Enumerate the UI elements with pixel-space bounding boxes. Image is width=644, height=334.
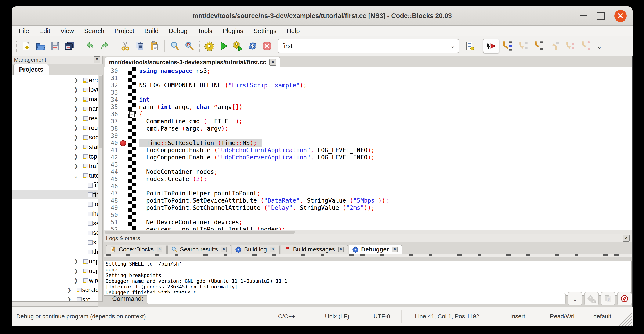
breakpoint-margin[interactable] <box>119 154 128 161</box>
breakpoint-margin[interactable] <box>119 103 128 111</box>
chevron-right-icon[interactable]: ❯ <box>74 163 78 169</box>
new-file-button[interactable] <box>19 39 34 53</box>
tree-item-se[interactable]: se <box>12 228 98 238</box>
breakpoint-margin[interactable] <box>119 190 128 197</box>
chevron-right-icon[interactable]: ❯ <box>74 268 78 274</box>
run-button[interactable] <box>216 39 231 53</box>
tree-item-se[interactable]: se <box>12 218 98 228</box>
combo-chevron-down-icon[interactable]: ⌄ <box>446 42 459 50</box>
step-out-button[interactable] <box>546 39 562 53</box>
log-tab-build-log[interactable]: Build log× <box>232 245 280 254</box>
find-button[interactable] <box>168 39 182 53</box>
tree-item-udp-[interactable]: ❯udp- <box>12 266 98 276</box>
chevron-right-icon[interactable]: ❯ <box>74 258 78 265</box>
code-editor[interactable]: 30using namespace ns3;3132NS_LOG_COMPONE… <box>104 67 632 230</box>
menu-build[interactable]: Build <box>139 27 164 35</box>
step-into-button[interactable] <box>531 39 546 53</box>
abort-button[interactable] <box>260 39 274 53</box>
step-into-instruction-button[interactable] <box>578 39 594 53</box>
undo-button[interactable] <box>83 39 98 53</box>
breakpoint-margin[interactable] <box>119 204 128 211</box>
fold-collapse-icon[interactable]: – <box>129 112 135 117</box>
menu-debug[interactable]: Debug <box>164 27 192 35</box>
cut-button[interactable] <box>118 39 132 53</box>
search-target-combobox[interactable]: first⌄ <box>278 39 460 53</box>
menu-settings[interactable]: Settings <box>248 27 282 35</box>
breakpoint-margin[interactable] <box>119 139 128 147</box>
next-instruction-button[interactable] <box>562 39 578 53</box>
breakpoint-margin[interactable] <box>119 118 128 125</box>
chevron-right-icon[interactable]: ❯ <box>67 287 72 293</box>
target-list-button[interactable] <box>463 39 477 53</box>
save-button[interactable] <box>48 39 62 53</box>
breakpoint-margin[interactable] <box>119 147 128 154</box>
run-to-cursor-button[interactable] <box>500 39 515 53</box>
tree-item-fif[interactable]: fif <box>12 180 98 190</box>
chevron-down-icon[interactable]: ⌄ <box>73 172 79 179</box>
editor-tab-close-icon[interactable]: × <box>270 59 276 66</box>
chevron-right-icon[interactable]: ❯ <box>74 106 78 112</box>
breakpoint-margin[interactable] <box>119 226 128 230</box>
log-tab-debugger[interactable]: Debugger× <box>349 245 402 254</box>
breakpoint-margin[interactable] <box>119 67 128 75</box>
breakpoint-margin[interactable] <box>119 168 128 175</box>
tree-item-erro[interactable]: ❯erro <box>12 76 98 85</box>
tree-item-sock[interactable]: ❯sock <box>12 133 98 142</box>
breakpoint-margin[interactable] <box>119 82 128 89</box>
chevron-right-icon[interactable]: ❯ <box>74 77 78 84</box>
breakpoint-margin[interactable] <box>119 161 128 168</box>
tree-vertical-scrollbar[interactable] <box>98 75 103 301</box>
tab-projects[interactable]: Projects <box>13 64 49 75</box>
menu-help[interactable]: Help <box>282 27 305 35</box>
tree-item-six[interactable]: six <box>12 238 98 247</box>
maximize-icon[interactable] <box>596 12 604 20</box>
open-file-button[interactable] <box>34 39 48 53</box>
breakpoint-margin[interactable] <box>119 211 128 219</box>
command-input[interactable] <box>147 293 566 304</box>
replace-button[interactable]: R <box>182 39 196 53</box>
tree-item-traf[interactable]: ❯traf <box>12 161 98 171</box>
chevron-right-icon[interactable]: ❯ <box>74 277 78 284</box>
tree-item-scratch[interactable]: ❯scratch <box>12 285 98 295</box>
editor-tab-first-cc[interactable]: mnt/dev/tools/source/ns-3-dev/examples/t… <box>105 57 280 67</box>
breakpoint-margin[interactable] <box>119 125 128 132</box>
breakpoint-margin[interactable] <box>119 183 128 190</box>
logs-close-icon[interactable]: × <box>623 235 630 242</box>
log-tab-close-icon[interactable]: × <box>392 247 398 252</box>
chevron-right-icon[interactable]: ❯ <box>74 96 78 103</box>
tree-item-he[interactable]: he <box>12 209 98 218</box>
tree-item-tcp[interactable]: ❯tcp <box>12 152 98 161</box>
tree-item-ipv6[interactable]: ❯ipv6 <box>12 85 98 95</box>
breakpoint-margin[interactable] <box>119 175 128 183</box>
resize-grip[interactable] <box>618 312 632 326</box>
tree-item-mat[interactable]: ❯mat <box>12 95 98 104</box>
editor-horizontal-scrollbar[interactable] <box>104 230 632 234</box>
tree-item-nam[interactable]: ❯nam <box>12 104 98 114</box>
rebuild-button[interactable] <box>245 39 260 53</box>
breakpoint-margin[interactable] <box>119 96 128 103</box>
log-tab-close-icon[interactable]: × <box>338 247 344 252</box>
project-tree[interactable]: ❯erro❯ipv6❯mat❯nam❯real❯rout❯sock❯stat❯t… <box>12 75 98 301</box>
next-line-button[interactable] <box>515 39 531 53</box>
tree-item-real[interactable]: ❯real <box>12 114 98 123</box>
minimize-icon[interactable] <box>580 16 587 16</box>
copy-button[interactable] <box>132 39 147 53</box>
close-icon[interactable]: ✕ <box>614 10 627 22</box>
tree-item-src[interactable]: ❯src <box>12 295 98 301</box>
breakpoint-margin[interactable] <box>119 197 128 204</box>
command-dropdown-button[interactable]: ⌄ <box>568 292 582 305</box>
log-tab-close-icon[interactable]: × <box>157 247 162 252</box>
tree-item-tuto[interactable]: ⌄tuto <box>12 171 98 180</box>
tree-horizontal-scrollbar[interactable] <box>12 301 98 307</box>
debug-continue-button[interactable] <box>483 39 500 53</box>
build-and-run-button[interactable] <box>231 39 245 53</box>
chevron-right-icon[interactable]: ❯ <box>74 134 78 141</box>
tree-item-udp[interactable]: ❯udp <box>12 257 98 266</box>
chevron-right-icon[interactable]: ❯ <box>74 144 78 150</box>
menu-plugins[interactable]: Plugins <box>218 27 248 35</box>
debug-tools-gears-button[interactable] <box>584 292 599 305</box>
menu-search[interactable]: Search <box>79 27 110 35</box>
chevron-right-icon[interactable]: ❯ <box>74 87 78 93</box>
chevron-right-icon[interactable]: ❯ <box>74 125 78 131</box>
titlebar[interactable]: mnt/dev/tools/source/ns-3-dev/examples/t… <box>12 6 632 26</box>
